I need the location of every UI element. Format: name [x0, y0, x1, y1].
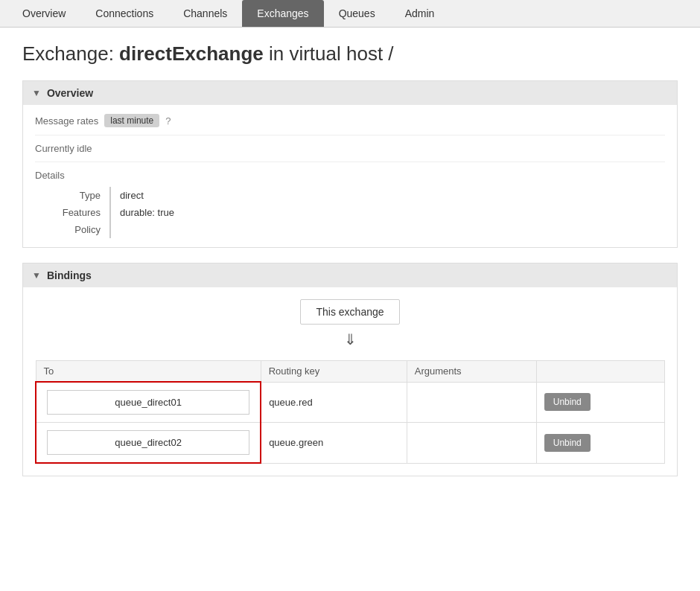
bindings-section: ▼ Bindings This exchange ⇓ To Routing ke… — [22, 263, 678, 476]
queue-item-2: queue_direct02 — [47, 430, 249, 455]
col-header-arguments: Arguments — [407, 361, 536, 383]
message-rates-label: Message rates — [35, 115, 98, 127]
overview-body: Message rates last minute ? Currently id… — [23, 105, 677, 247]
queue-item-1: queue_direct01 — [47, 390, 249, 415]
policy-value — [109, 221, 174, 238]
arguments-row2 — [407, 423, 536, 464]
overview-chevron-icon: ▼ — [32, 88, 41, 98]
to-cell-row2: queue_direct02 — [36, 423, 261, 464]
overview-section-header[interactable]: ▼ Overview — [23, 81, 677, 105]
col-header-routing-key: Routing key — [261, 361, 407, 383]
arguments-row1 — [407, 382, 536, 423]
page-title: Exchange: directExchange in virtual host… — [22, 42, 678, 66]
features-value: durable: true — [109, 204, 174, 221]
last-minute-badge[interactable]: last minute — [104, 114, 159, 127]
features-key: Features — [35, 204, 109, 221]
bindings-table-body: queue_direct01 queue.red Unbind queue_di… — [36, 382, 665, 463]
tab-queues[interactable]: Queues — [324, 0, 390, 27]
tab-overview[interactable]: Overview — [7, 0, 80, 27]
routing-key-row1: queue.red — [261, 382, 407, 423]
unbind-button-row2[interactable]: Unbind — [544, 434, 591, 452]
col-header-to: To — [36, 361, 261, 383]
this-exchange-box: This exchange — [35, 299, 665, 325]
overview-section: ▼ Overview Message rates last minute ? C… — [22, 80, 678, 248]
tab-exchanges-active[interactable]: Exchanges — [242, 0, 323, 27]
nav-tabs: Overview Connections Channels Exchanges … — [0, 0, 700, 28]
this-exchange-badge: This exchange — [300, 299, 399, 325]
bindings-table: To Routing key Arguments queue_direct01 … — [35, 360, 665, 464]
routing-key-row2: queue.green — [261, 423, 407, 464]
details-label: Details — [35, 170, 665, 181]
table-row: queue_direct02 queue.green Unbind — [36, 423, 665, 464]
features-row: Features durable: true — [35, 204, 174, 221]
tab-connections[interactable]: Connections — [80, 0, 168, 27]
overview-section-label: Overview — [47, 87, 93, 99]
bindings-chevron-icon: ▼ — [32, 270, 41, 281]
page-content: Exchange: directExchange in virtual host… — [0, 28, 700, 491]
bindings-section-label: Bindings — [47, 269, 92, 281]
table-row: queue_direct01 queue.red Unbind — [36, 382, 665, 423]
type-value: direct — [109, 187, 174, 204]
bindings-table-head: To Routing key Arguments — [36, 361, 665, 383]
exchange-name: directExchange — [119, 42, 264, 65]
type-key: Type — [35, 187, 109, 204]
action-cell-row2: Unbind — [536, 423, 664, 464]
arrow-down-symbol: ⇓ — [35, 330, 665, 348]
details-table: Type direct Features durable: true Polic… — [35, 187, 174, 238]
col-header-actions — [536, 361, 664, 383]
page-title-suffix: in virtual host / — [264, 42, 394, 65]
currently-idle: Currently idle — [35, 143, 665, 162]
type-row: Type direct — [35, 187, 174, 204]
bindings-table-header-row: To Routing key Arguments — [36, 361, 665, 383]
tab-channels[interactable]: Channels — [168, 0, 242, 27]
policy-key: Policy — [35, 221, 109, 238]
action-cell-row1: Unbind — [536, 382, 664, 423]
unbind-button-row1[interactable]: Unbind — [544, 393, 591, 411]
page-title-prefix: Exchange: — [22, 42, 119, 65]
policy-row: Policy — [35, 221, 174, 238]
bindings-section-header[interactable]: ▼ Bindings — [23, 263, 677, 287]
help-icon[interactable]: ? — [165, 115, 171, 127]
to-cell-row1: queue_direct01 — [36, 382, 261, 423]
tab-admin[interactable]: Admin — [390, 0, 450, 27]
bindings-body: This exchange ⇓ To Routing key Arguments — [23, 287, 677, 476]
message-rates-row: Message rates last minute ? — [35, 114, 665, 135]
